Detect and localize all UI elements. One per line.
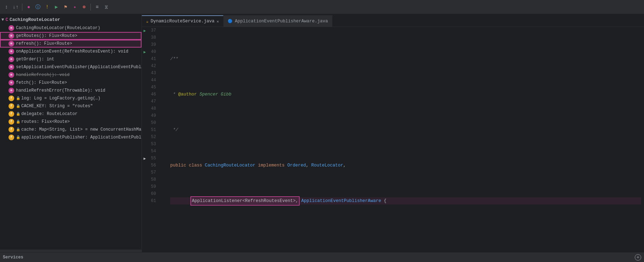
item-text-setpublisher: setApplicationEventPublisher(Application… <box>16 65 141 70</box>
line-gutter-55: ▶ 55 <box>142 155 167 162</box>
code-token: , <box>343 162 346 169</box>
line-gutter-60: 60 <box>142 190 167 197</box>
item-text-cache: cache: Map<String, List> = new Concurren… <box>21 127 141 132</box>
toolbar-icon-clock[interactable]: ⧖ <box>103 4 110 11</box>
code-token: CachingRouteLocator <box>205 162 256 169</box>
toolbar-separator-1 <box>22 4 22 11</box>
bottom-bar-right: + <box>635 254 641 261</box>
item-text-getorder: getOrder(): int <box>16 57 54 62</box>
line-gutter-39: 39 <box>142 41 167 48</box>
sidebar-item-getorder[interactable]: m getOrder(): int <box>0 55 141 63</box>
sidebar-item-routes[interactable]: f 🔒 routes: Flux<Route> <box>0 118 141 126</box>
lock-icon-cache: 🔒 <box>16 127 20 132</box>
code-token: */ <box>170 126 178 133</box>
line-num-49: 49 <box>148 113 159 118</box>
sidebar-tree[interactable]: ▼ C CachingRouteLocator m CachingRouteLo… <box>0 14 141 249</box>
line-gutter-54: 54 <box>142 148 167 155</box>
code-line-39: */ <box>170 126 641 133</box>
item-text-getroutes: getRoutes(): Flux<Route> <box>16 33 77 38</box>
toolbar-icon-sortdown[interactable]: ↓↑ <box>12 4 19 11</box>
badge-icon-log: f <box>9 95 14 101</box>
editor-content[interactable]: ▶ 37 38 39 ▶ 40 <box>142 27 644 252</box>
sidebar-item-delegate[interactable]: f 🔒 delegate: RouteLocator <box>0 110 141 118</box>
add-services-button[interactable]: + <box>635 254 641 261</box>
line-num-61: 61 <box>148 198 159 203</box>
sidebar-item-setpublisher[interactable]: m setApplicationEventPublisher(Applicati… <box>0 63 141 71</box>
sidebar: ▼ C CachingRouteLocator m CachingRouteLo… <box>0 14 142 252</box>
item-text-constructor: CachingRouteLocator(RouteLocator) <box>16 26 100 31</box>
line-gutter-50: 50 <box>142 119 167 126</box>
line-num-57: 57 <box>148 170 159 175</box>
item-text-publisher: applicationEventPublisher: ApplicationEv… <box>21 135 141 140</box>
code-token: * <box>170 91 178 98</box>
line-num-38: 38 <box>148 35 159 40</box>
code-line-37: /** <box>170 55 641 62</box>
tab-label-appaware: ApplicationEventPublisherAware.java <box>235 19 328 24</box>
line-gutter-58: 58 <box>142 176 167 183</box>
code-token: /** <box>170 55 178 62</box>
sidebar-item-refresh[interactable]: m refresh(): Flux<Route> <box>0 40 141 48</box>
line-num-37: 37 <box>148 28 159 33</box>
item-text-refresh: refresh(): Flux<Route> <box>16 41 72 46</box>
toolbar-icon-warn[interactable]: ! <box>44 4 51 11</box>
toolbar-icon-circle[interactable]: ● <box>25 4 32 11</box>
toolbar-icon-flag[interactable]: ⚑ <box>62 4 69 11</box>
lock-icon-log: 🔒 <box>16 96 20 100</box>
toolbar-icon-run[interactable]: ▶ <box>53 4 60 11</box>
sidebar-root[interactable]: ▼ C CachingRouteLocator <box>0 16 141 24</box>
code-line-42 <box>170 233 641 240</box>
toolbar-icon-cross[interactable]: ⊗ <box>80 4 88 11</box>
line-gutter-48: 48 <box>142 105 167 112</box>
line-num-40: 40 <box>148 49 159 54</box>
tab-appaware[interactable]: 🔵 ApplicationEventPublisherAware.java <box>223 15 333 27</box>
line-gutter-46: 46 <box>142 91 167 98</box>
toolbar: ↕ ↓↑ ● ⓘ ! ▶ ⚑ ✦ ⊗ ≡ ⧖ <box>0 0 644 14</box>
line-num-51: 51 <box>148 127 159 132</box>
code-line-40: public class CachingRouteLocator impleme… <box>170 162 641 169</box>
sidebar-item-fetch[interactable]: m fetch(): Flux<Route> <box>0 79 141 87</box>
sidebar-item-handleerror[interactable]: m handleRefreshError(Throwable): void <box>0 87 141 94</box>
line-num-56: 56 <box>148 163 159 168</box>
item-text-fetch: fetch(): Flux<Route> <box>16 80 67 85</box>
line-gutter-45: 45 <box>142 84 167 91</box>
line-gutter-56: 56 <box>142 162 167 169</box>
sidebar-item-cache[interactable]: f 🔒 cache: Map<String, List> = new Concu… <box>0 126 141 133</box>
code-token: public <box>170 162 186 169</box>
sidebar-scrollbar[interactable] <box>0 249 141 252</box>
line-num-47: 47 <box>148 99 159 104</box>
line-gutter-41: 41 <box>142 55 167 62</box>
sidebar-item-constructor[interactable]: m CachingRouteLocator(RouteLocator) <box>0 24 141 32</box>
badge-icon-refresh: m <box>9 41 14 47</box>
line-gutter-61: 61 <box>142 197 167 204</box>
gutter-run-40: ▶ <box>142 50 148 54</box>
tab-close-dynamic[interactable]: ✕ <box>217 19 219 24</box>
toolbar-icon-info[interactable]: ⓘ <box>34 4 41 11</box>
main-area: ▼ C CachingRouteLocator m CachingRouteLo… <box>0 14 644 252</box>
sidebar-item-handlerefresh[interactable]: m handleRefresh(): void <box>0 71 141 79</box>
item-text-delegate: delegate: RouteLocator <box>21 111 77 116</box>
toolbar-icon-filter[interactable]: ≡ <box>94 4 101 11</box>
tab-dynamic[interactable]: ☕ DynamicRouteService.java ✕ <box>142 15 223 27</box>
line-num-54: 54 <box>148 149 159 154</box>
item-text-log: log: Log = LogFactory.getLog(…) <box>21 96 100 101</box>
toolbar-icon-sort[interactable]: ↕ <box>3 4 10 11</box>
sidebar-item-publisher[interactable]: f 🔒 applicationEventPublisher: Applicati… <box>0 133 141 141</box>
line-gutter-51: 51 <box>142 126 167 133</box>
sidebar-item-onappevent[interactable]: m onApplicationEvent(RefreshRoutesEvent)… <box>0 48 141 55</box>
toolbar-icon-star[interactable]: ✦ <box>71 4 78 11</box>
code-token: ApplicationEventPublisherAware <box>301 197 381 204</box>
code-token: @author <box>178 91 197 98</box>
line-gutter-59: 59 <box>142 183 167 190</box>
line-gutter-53: 53 <box>142 141 167 148</box>
sidebar-item-log[interactable]: f 🔒 log: Log = LogFactory.getLog(…) <box>0 94 141 102</box>
badge-icon-cache: f <box>9 127 14 132</box>
code-area[interactable]: /** * @author Spencer Gibb */ public cla… <box>167 27 644 252</box>
sidebar-item-getroutes[interactable]: m getRoutes(): Flux<Route> <box>0 32 141 40</box>
tab-icon-appaware: 🔵 <box>228 19 233 23</box>
sidebar-item-cachekey[interactable]: f 🔒 CACHE_KEY: String = "routes" <box>0 102 141 110</box>
tab-icon-dynamic: ☕ <box>146 19 149 24</box>
code-token: , <box>306 162 311 169</box>
code-token: Spencer Gibb <box>197 91 232 98</box>
badge-icon-getorder: m <box>9 56 14 62</box>
lock-icon-delegate: 🔒 <box>16 112 20 116</box>
